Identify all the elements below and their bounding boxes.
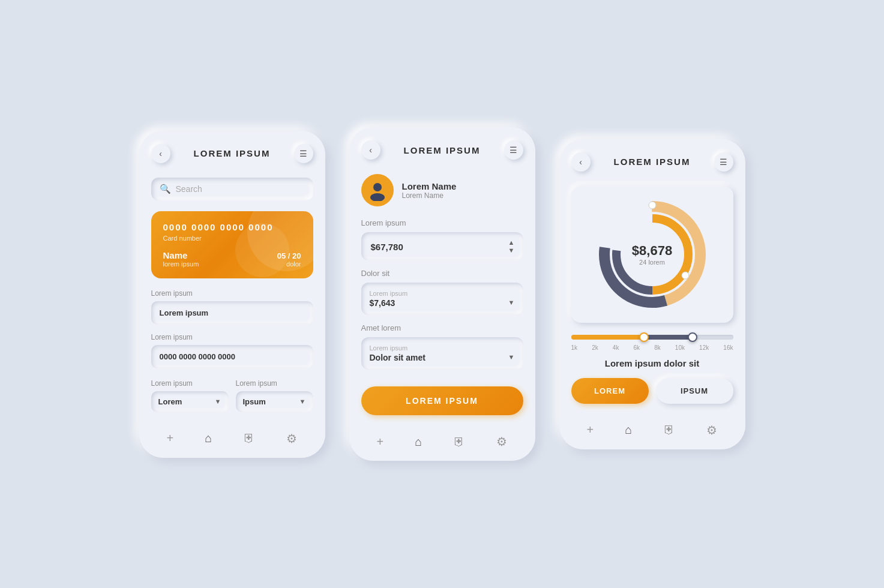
field3-label: Lorem ipsum bbox=[151, 379, 229, 388]
chart-amount: $8,678 bbox=[632, 243, 672, 259]
phone-1-body: 🔍 Search 0000 0000 0000 0000 Card number… bbox=[139, 172, 325, 412]
btn-lorem[interactable]: LOREM bbox=[571, 378, 649, 404]
field2-label: Lorem ipsum bbox=[151, 333, 313, 341]
col-2: Lorem ipsum Ipsum ▼ bbox=[236, 371, 313, 412]
slider-track[interactable] bbox=[571, 335, 733, 340]
dropdown-1[interactable]: $67,780 ▲ ▼ bbox=[361, 232, 523, 260]
back-button-2[interactable]: ‹ bbox=[361, 140, 380, 160]
back-button-1[interactable]: ‹ bbox=[151, 144, 170, 163]
slider-thumb-orange[interactable] bbox=[639, 332, 649, 342]
nav-shield-2[interactable]: ⛨ bbox=[453, 435, 465, 449]
slider-label-10k: 10k bbox=[675, 344, 685, 351]
slider-label-6k: 6k bbox=[634, 344, 640, 351]
phone-1-title: LOREM IPSUM bbox=[194, 148, 271, 158]
dropdown3-row: Dolor sit amet ▼ bbox=[370, 352, 515, 362]
credit-card: 0000 0000 0000 0000 Card number Name lor… bbox=[151, 211, 313, 278]
col-1: Lorem ipsum Lorem ▼ bbox=[151, 371, 229, 412]
card-expiry-section: 05 / 20 dolor bbox=[277, 251, 301, 268]
field2-value: 0000 0000 0000 0000 bbox=[151, 345, 313, 368]
field4-label: Lorem ipsum bbox=[236, 379, 313, 388]
phone-3-header: ‹ LOREM IPSUM ☰ bbox=[559, 139, 745, 180]
nav-add-3[interactable]: + bbox=[587, 423, 594, 437]
nav-shield-1[interactable]: ⛨ bbox=[243, 431, 255, 445]
dropdown2-arrow: ▼ bbox=[508, 299, 515, 306]
dropdown3-arrow: ▼ bbox=[508, 353, 515, 361]
slider-label-12k: 12k bbox=[699, 344, 709, 351]
dropdown-arrow-4: ▼ bbox=[299, 398, 306, 405]
svg-point-0 bbox=[373, 183, 382, 191]
chart-sub: 24 lorem bbox=[632, 259, 672, 266]
slider-label-4k: 4k bbox=[613, 344, 619, 351]
phone-2: ‹ LOREM IPSUM ☰ Lorem Name Lorem Name Lo bbox=[349, 127, 535, 461]
nav-settings-2[interactable]: ⚙ bbox=[496, 434, 507, 449]
btn-ipsum[interactable]: IPSUM bbox=[656, 378, 733, 404]
dropdown3-value: Dolor sit amet bbox=[370, 353, 425, 362]
dropdown-arrow-3: ▼ bbox=[215, 398, 221, 405]
phone-3: ‹ LOREM IPSUM ☰ bbox=[559, 139, 745, 449]
svg-point-7 bbox=[649, 202, 656, 209]
section2-label: Dolor sit bbox=[361, 269, 523, 278]
nav-shield-3[interactable]: ⛨ bbox=[663, 423, 675, 437]
dropdown-2[interactable]: Lorem ipsum $7,643 ▼ bbox=[361, 283, 523, 315]
menu-button-3[interactable]: ☰ bbox=[714, 152, 733, 172]
dropdown-3[interactable]: Lorem ipsum Dolor sit amet ▼ bbox=[361, 337, 523, 370]
phone-2-header: ‹ LOREM IPSUM ☰ bbox=[349, 127, 535, 168]
nav-add-1[interactable]: + bbox=[167, 431, 174, 445]
dropdown2-value: $7,643 bbox=[370, 298, 395, 308]
cta-button[interactable]: LOREM IPSUM bbox=[361, 386, 523, 415]
slider-fill-dark bbox=[644, 335, 693, 340]
phones-container: ‹ LOREM IPSUM ☰ 🔍 Search 0000 0000 0000 … bbox=[139, 127, 745, 461]
chart-title: Lorem ipsum dolor sit bbox=[571, 358, 733, 368]
search-placeholder: Search bbox=[176, 184, 202, 194]
chart-card: $8,678 24 lorem bbox=[571, 186, 733, 323]
slider-labels: 1k 2k 4k 6k 8k 10k 12k 16k bbox=[571, 344, 733, 351]
donut-chart: $8,678 24 lorem bbox=[592, 194, 712, 314]
card-number-label: Card number bbox=[163, 235, 301, 242]
phone-3-title: LOREM IPSUM bbox=[614, 157, 691, 167]
field3-dropdown[interactable]: Lorem ▼ bbox=[151, 391, 229, 412]
svg-point-1 bbox=[370, 193, 385, 201]
card-name-sub: lorem ipsum bbox=[163, 260, 199, 268]
back-button-3[interactable]: ‹ bbox=[571, 152, 591, 172]
dropdown1-arrows: ▲ ▼ bbox=[508, 239, 515, 254]
card-name: Name bbox=[163, 250, 199, 260]
svg-point-8 bbox=[682, 272, 689, 279]
nav-home-2[interactable]: ⌂ bbox=[415, 435, 422, 449]
phone-2-title: LOREM IPSUM bbox=[404, 145, 481, 155]
dropdown1-value: $67,780 bbox=[371, 242, 514, 252]
donut-center: $8,678 24 lorem bbox=[632, 243, 672, 266]
phone-2-nav: + ⌂ ⛨ ⚙ bbox=[349, 425, 535, 461]
field4-dropdown[interactable]: Ipsum ▼ bbox=[236, 391, 313, 412]
menu-button-2[interactable]: ☰ bbox=[504, 140, 523, 160]
field4-value: Ipsum bbox=[243, 397, 266, 406]
slider-label-2k: 2k bbox=[592, 344, 598, 351]
profile-sub: Lorem Name bbox=[402, 191, 457, 200]
phone-1-nav: + ⌂ ⛨ ⚙ bbox=[139, 422, 325, 458]
nav-home-1[interactable]: ⌂ bbox=[205, 431, 212, 445]
slider-thumb-dark[interactable] bbox=[688, 332, 697, 342]
menu-button-1[interactable]: ☰ bbox=[294, 144, 313, 163]
search-icon: 🔍 bbox=[160, 184, 171, 194]
card-bottom: Name lorem ipsum 05 / 20 dolor bbox=[163, 250, 301, 268]
card-name-section: Name lorem ipsum bbox=[163, 250, 199, 268]
search-bar[interactable]: 🔍 Search bbox=[151, 178, 313, 200]
card-number: 0000 0000 0000 0000 bbox=[163, 222, 301, 232]
avatar-icon bbox=[367, 179, 388, 201]
profile-name: Lorem Name bbox=[402, 181, 457, 191]
slider-section: 1k 2k 4k 6k 8k 10k 12k 16k bbox=[571, 335, 733, 351]
nav-add-2[interactable]: + bbox=[377, 435, 384, 449]
two-btns: LOREM IPSUM bbox=[571, 378, 733, 404]
phone-1: ‹ LOREM IPSUM ☰ 🔍 Search 0000 0000 0000 … bbox=[139, 131, 325, 458]
section1-label: Lorem ipsum bbox=[361, 218, 523, 227]
field1-label: Lorem ipsum bbox=[151, 289, 313, 298]
nav-settings-1[interactable]: ⚙ bbox=[286, 431, 297, 446]
section3-label: Amet lorem bbox=[361, 323, 523, 332]
phone-2-body: Lorem Name Lorem Name Lorem ipsum $67,78… bbox=[349, 168, 535, 415]
slider-label-8k: 8k bbox=[654, 344, 661, 351]
avatar bbox=[361, 174, 394, 206]
phone-3-nav: + ⌂ ⛨ ⚙ bbox=[559, 413, 745, 449]
phone-1-header: ‹ LOREM IPSUM ☰ bbox=[139, 131, 325, 172]
card-expiry-label: dolor bbox=[277, 260, 301, 268]
nav-settings-3[interactable]: ⚙ bbox=[706, 423, 717, 437]
nav-home-3[interactable]: ⌂ bbox=[625, 423, 632, 437]
